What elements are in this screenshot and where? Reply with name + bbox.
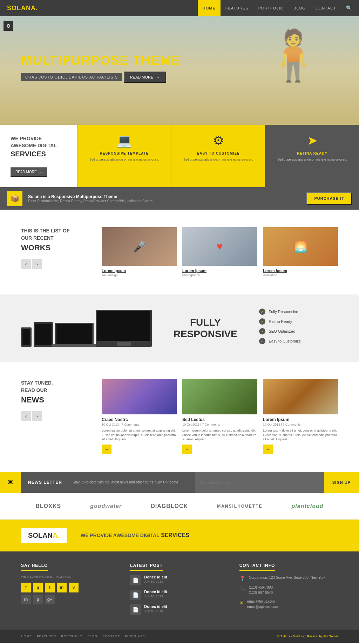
footer-contact-heading: CONTACT INFO <box>239 563 275 571</box>
client-logo-1: BLOXKS <box>36 503 61 509</box>
footer-hello-subtext: WE'D LOVE HEARING FROM YOU <box>21 575 120 578</box>
contact-address: 📍 Corporation, 123 Some Ave, Suite 700, … <box>239 575 338 581</box>
news-title-2[interactable]: Sed Lectus <box>182 417 257 422</box>
news-heading: STAY TUNED. READ OUR NEWS <box>21 379 91 406</box>
settings-icon[interactable]: ⚙ <box>4 21 13 31</box>
nav-home[interactable]: HOME <box>198 0 221 16</box>
work-title-1[interactable]: Lorem Ipsum <box>102 269 177 273</box>
news-text-3: Lorem ipsum dolor sit amet, consec at ad… <box>263 428 338 442</box>
hero-read-more-button[interactable]: READ MORE → <box>124 72 167 83</box>
news-prev-button[interactable]: ‹ <box>21 411 31 421</box>
services-read-more-button[interactable]: READ MORE → <box>11 167 47 177</box>
news-thumb-2[interactable] <box>182 379 257 414</box>
works-next-button[interactable]: › <box>32 259 42 269</box>
post-date-1: July 10, 2013 <box>144 580 167 583</box>
news-text-2: Lorem ipsum dolor sit amet, consec at ad… <box>182 428 257 442</box>
social-pinterest[interactable]: p <box>33 583 43 592</box>
services-heading: WE PROVIDE AWESOME DIGITALSERVICES <box>11 135 67 159</box>
social-addthis[interactable]: in <box>57 583 67 592</box>
tablet-device <box>34 322 53 347</box>
post-icon-3: 📄 <box>130 604 141 615</box>
social-linkedin[interactable]: in <box>21 595 31 604</box>
feature-4: ✓ Easy to Customize <box>259 338 338 344</box>
work-title-2[interactable]: Lorem Ipsum <box>182 269 257 273</box>
social-buttons-row2: in p g+ <box>21 595 120 604</box>
laptop-icon: 💻 <box>84 133 165 148</box>
laptop-device <box>55 323 94 347</box>
post-title-2[interactable]: Donec id elit <box>144 590 167 594</box>
purchase-button[interactable]: PURCHASE IT <box>306 192 352 205</box>
social-pinterest2[interactable]: p <box>33 595 43 604</box>
logo-text: SOLAN <box>7 5 31 12</box>
hero-btn-label: READ MORE <box>130 75 154 79</box>
footer-nav-home[interactable]: HOME <box>21 635 32 638</box>
footer-nav-features[interactable]: FEATURES <box>37 635 56 638</box>
news-section: STAY TUNED. READ OUR NEWS ‹ › Craes Nost… <box>0 362 359 472</box>
work-thumb-3[interactable] <box>263 227 338 266</box>
social-vimeo[interactable]: v <box>69 583 79 592</box>
post-title-1[interactable]: Donec id elit <box>144 575 167 579</box>
nav-contact[interactable]: CONTACT <box>311 0 341 16</box>
footer-nav-blog[interactable]: BLOG <box>87 635 97 638</box>
newsletter-signup-button[interactable]: SIGN UP <box>324 472 359 493</box>
nav-features[interactable]: FEATURES <box>221 0 253 16</box>
post-icon-2: 📄 <box>130 590 141 600</box>
check-icon-4: ✓ <box>259 338 265 344</box>
works-prev-button[interactable]: ‹ <box>21 259 31 269</box>
hero-person-image: 🧍 <box>263 27 324 84</box>
service-title-1: RESPONSIVE TEMPLATE <box>84 151 165 155</box>
search-icon[interactable]: 🔍 <box>341 5 352 11</box>
news-more-button-1[interactable]: → <box>102 445 111 454</box>
footer-hello-heading: SAY HELLO <box>21 563 48 571</box>
feature-label-3: SEO Optimized <box>269 329 296 333</box>
footer-nav: HOME FEATURES PORTFOLIO BLOG CONTACT PUR… <box>21 635 145 638</box>
purchase-subtext: Easy Customizable, Retina Ready, Cross-B… <box>28 199 153 203</box>
contact-phone: 📞 (123) 456-7890 (123) 987-6540 <box>239 585 338 595</box>
social-googleplus[interactable]: g+ <box>45 595 55 604</box>
news-next-button[interactable]: › <box>32 411 42 421</box>
footer-say-hello: SAY HELLO WE'D LOVE HEARING FROM YOU f p… <box>21 562 120 619</box>
feature-2: ✓ Retina Ready <box>259 318 338 325</box>
contact-phones: (123) 456-7890 (123) 987-6540 <box>249 585 273 595</box>
social-twitter[interactable]: t <box>45 583 55 592</box>
service-card-customize: ⚙ EASY TO CUSTOMIZE Sed ut perspiciatis … <box>171 125 265 187</box>
news-more-button-2[interactable]: → <box>182 445 192 454</box>
work-thumb-1[interactable] <box>102 227 177 266</box>
work-thumb-2[interactable] <box>182 227 257 266</box>
social-buttons: f p t in v <box>21 583 120 592</box>
purchase-title: Solana is a Responsive Multipurpose Them… <box>28 194 153 199</box>
news-meta-1: 10 Oct 2013 | 7 Comments <box>102 423 177 426</box>
works-navigation: ‹ › <box>21 259 91 269</box>
post-title-3[interactable]: Donec id elit <box>144 604 167 609</box>
footer-post-heading: LATEST POST <box>130 563 163 571</box>
services-section: WE PROVIDE AWESOME DIGITALSERVICES READ … <box>0 125 359 187</box>
newsletter-email-input[interactable] <box>195 472 324 493</box>
news-thumb-1[interactable] <box>102 379 177 414</box>
work-item-3: Lorem Ipsum illustration <box>263 227 338 277</box>
feature-1: ✓ Fully Responsive <box>259 309 338 315</box>
gear-icon: ⚙ <box>178 133 259 148</box>
newsletter-label: NEWS LETTER <box>21 480 69 485</box>
work-title-3[interactable]: Lorem Ipsum <box>263 269 338 273</box>
footer-contact-info: CONTACT INFO 📍 Corporation, 123 Some Ave… <box>239 562 338 619</box>
news-thumb-3[interactable] <box>263 379 338 414</box>
footer-logo: SOLANA. <box>28 531 60 540</box>
works-grid: Lorem Ipsum web design Lorem Ipsum photo… <box>102 227 338 277</box>
fully-features-list: ✓ Fully Responsive ✓ Retina Ready ✓ SEO … <box>259 309 338 348</box>
news-title-1[interactable]: Craes Nostrc <box>102 417 177 422</box>
nav-portfolio[interactable]: PORTFOLIO <box>253 0 289 16</box>
services-cards: 💻 RESPONSIVE TEMPLATE Sed ut perspiciati… <box>77 125 359 187</box>
footer-tagline: WE PROVIDE AWESOME DIGITAL SERVICES <box>81 532 189 538</box>
footer-nav-purchase[interactable]: PURCHASE <box>125 635 145 638</box>
footer-nav-portfolio[interactable]: PORTFOLIO <box>61 635 82 638</box>
nav-blog[interactable]: BLOG <box>289 0 311 16</box>
footer-copyright-link[interactable]: AbcGomel <box>323 635 338 638</box>
news-meta-2: 10 Oct 2013 | 7 Comments <box>182 423 257 426</box>
social-facebook[interactable]: f <box>21 583 31 592</box>
footer-latest-post: LATEST POST 📄 Donec id elit July 10, 201… <box>130 562 229 619</box>
services-left-panel: WE PROVIDE AWESOME DIGITALSERVICES READ … <box>0 125 77 187</box>
hero-content: MULTIPURPOSE THEME CRAS JUSTO ODIO, DAPI… <box>0 39 202 102</box>
footer-nav-contact[interactable]: CONTACT <box>102 635 120 638</box>
news-title-3[interactable]: Lorem Ipsum <box>263 417 338 422</box>
news-more-button-3[interactable]: → <box>263 445 273 454</box>
